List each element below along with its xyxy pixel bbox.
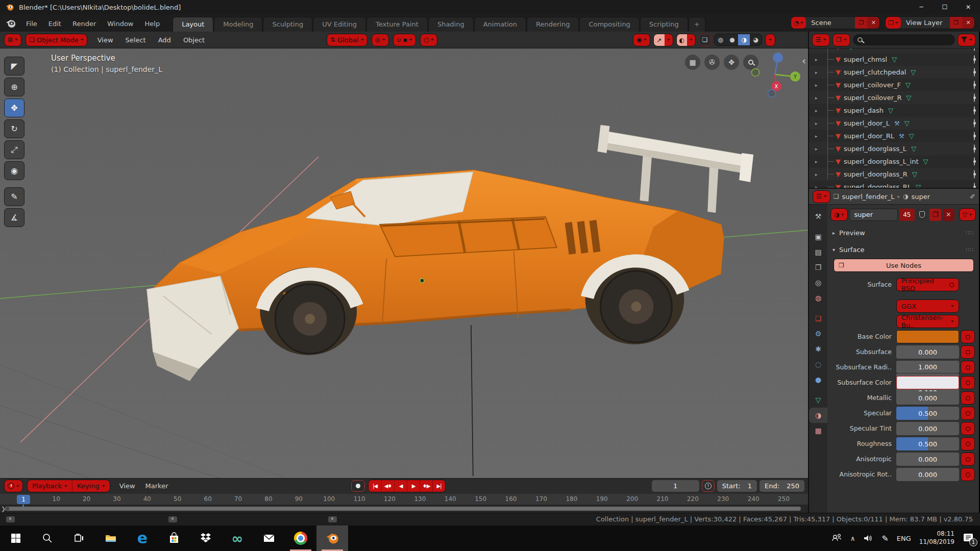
value-field[interactable]: 0.000 bbox=[896, 391, 959, 405]
shader-dropdown[interactable]: Principled BSD bbox=[896, 278, 959, 291]
pen-icon[interactable]: ✎ bbox=[881, 534, 888, 543]
animate-dot-button[interactable] bbox=[961, 361, 975, 374]
editor-type-viewport-icon[interactable]: ⊞ bbox=[4, 34, 21, 46]
expand-arrow-icon[interactable]: ▸ bbox=[815, 48, 823, 49]
properties-tab-particles[interactable]: ✱ bbox=[810, 341, 827, 357]
close-button[interactable]: ✕ bbox=[957, 0, 980, 14]
outliner-row[interactable]: ▸ ▼ superl_doorglass_R ▽ bbox=[809, 168, 979, 181]
scene-selector[interactable]: ◔ Scene ❐ ✕ bbox=[791, 16, 880, 29]
timeline-menu-item[interactable]: View bbox=[114, 482, 140, 490]
copy-material-icon[interactable]: ❐ bbox=[929, 209, 941, 221]
viewport-menu-item[interactable]: Object bbox=[177, 34, 211, 46]
expand-arrow-icon[interactable]: ▸ bbox=[815, 185, 823, 188]
animate-dot-button[interactable] bbox=[961, 407, 975, 420]
auto-keying-record-icon[interactable] bbox=[351, 480, 365, 492]
expand-arrow-icon[interactable]: ▸ bbox=[815, 95, 823, 101]
workspace-tab[interactable]: Modeling bbox=[214, 17, 262, 32]
workspace-tab[interactable]: Compositing bbox=[579, 17, 640, 32]
volume-icon[interactable] bbox=[863, 534, 873, 543]
animate-dot-button[interactable] bbox=[961, 345, 975, 359]
hide-eye-icon[interactable] bbox=[974, 170, 975, 178]
mode-dropdown[interactable]: ❏Object Mode bbox=[26, 34, 87, 46]
color-swatch[interactable] bbox=[896, 330, 959, 343]
start-frame-field[interactable]: Start:1 bbox=[717, 480, 757, 492]
expand-arrow-icon[interactable]: ▸ bbox=[815, 57, 823, 62]
delete-scene-icon[interactable]: ✕ bbox=[867, 17, 879, 29]
transform-orientation-dropdown[interactable]: ⇅Global bbox=[327, 34, 368, 46]
properties-tab-output[interactable]: ▤ bbox=[810, 244, 827, 260]
properties-tab-tool[interactable]: ⚒ bbox=[810, 209, 827, 224]
camera-view-icon[interactable]: ✇ bbox=[704, 55, 720, 70]
hide-eye-icon[interactable] bbox=[974, 132, 975, 140]
editor-type-properties-icon[interactable]: ☲ bbox=[813, 190, 830, 203]
color-swatch[interactable] bbox=[896, 376, 959, 389]
breadcrumb-object[interactable]: superl_fender_L bbox=[842, 193, 895, 201]
prev-keyframe-icon[interactable]: ◀♦ bbox=[381, 480, 394, 492]
tool-button[interactable]: ⊕ bbox=[4, 78, 24, 96]
scrollbar-thumb[interactable] bbox=[5, 507, 801, 511]
language-indicator[interactable]: ENG bbox=[897, 535, 911, 542]
overlays-dropdown[interactable] bbox=[687, 34, 695, 46]
hide-eye-icon[interactable] bbox=[974, 107, 975, 114]
workspace-tab[interactable]: Sculpting bbox=[263, 17, 312, 32]
outliner-row[interactable]: ▸ ▼ superl_doorglass_RL ▽ bbox=[809, 181, 979, 188]
jump-to-start-icon[interactable]: |◀ bbox=[369, 480, 381, 492]
proportional-edit-dropdown[interactable]: ○ bbox=[420, 34, 437, 46]
timeline-red-dropdown[interactable]: Playback bbox=[28, 480, 72, 492]
viewport-menu-item[interactable]: View bbox=[91, 34, 119, 46]
animate-dot-button[interactable] bbox=[961, 453, 975, 466]
snapping-dropdown[interactable]: ∪▪ bbox=[393, 34, 416, 46]
properties-tab-view-layer[interactable]: ❐ bbox=[810, 260, 827, 275]
properties-tab-texture[interactable]: ▦ bbox=[810, 423, 827, 438]
tool-button[interactable]: ↻ bbox=[4, 119, 24, 138]
shader-dropdown[interactable]: GGX bbox=[896, 299, 959, 313]
fake-user-shield-icon[interactable] bbox=[916, 209, 928, 221]
hide-eye-icon[interactable] bbox=[974, 68, 975, 76]
use-preview-range-icon[interactable] bbox=[702, 480, 715, 492]
properties-tab-world[interactable]: ◍ bbox=[810, 290, 827, 306]
workspace-tab[interactable]: Shading bbox=[428, 17, 474, 32]
maximize-button[interactable]: ☐ bbox=[933, 0, 957, 14]
workspace-tab[interactable]: UV Editing bbox=[313, 17, 366, 32]
use-nodes-button[interactable]: ❒ Use Nodes bbox=[834, 259, 974, 272]
chrome-icon[interactable] bbox=[285, 525, 316, 551]
play-icon[interactable]: ▶ bbox=[407, 480, 420, 492]
viewport-menu-item[interactable]: Select bbox=[119, 34, 152, 46]
file-explorer-icon[interactable] bbox=[95, 525, 127, 551]
frame-ruler[interactable]: 1020304050607080901001101201301401501601… bbox=[0, 494, 808, 505]
playhead-badge[interactable]: 1 bbox=[17, 495, 30, 504]
expand-arrow-icon[interactable]: ▸ bbox=[815, 134, 823, 139]
visibility-dropdown[interactable]: ◉ bbox=[633, 34, 650, 46]
workspace-tab[interactable]: Rendering bbox=[527, 17, 579, 32]
material-browse-icon[interactable]: ◑ bbox=[830, 208, 848, 221]
menu-item[interactable]: Render bbox=[67, 17, 102, 30]
value-field[interactable]: 0.000 bbox=[896, 453, 959, 466]
search-button[interactable] bbox=[32, 525, 63, 551]
preview-panel-header[interactable]: ▸Preview∷∷ bbox=[827, 226, 979, 240]
properties-tab-constraints[interactable]: ● bbox=[810, 372, 827, 387]
surface-panel-header[interactable]: ▾Surface∷∷ bbox=[827, 243, 979, 257]
outliner-row[interactable]: ▸ ▼ superl_doorglass_L_int ▽ bbox=[809, 155, 979, 168]
properties-tab-object[interactable]: ❏ bbox=[810, 311, 827, 326]
outliner-search-input[interactable] bbox=[853, 34, 955, 45]
outliner-display-mode-icon[interactable]: ❐ bbox=[832, 34, 850, 46]
animate-dot-button[interactable] bbox=[961, 391, 975, 405]
breadcrumb-material[interactable]: super bbox=[911, 193, 930, 201]
hide-eye-icon[interactable] bbox=[974, 145, 975, 153]
gizmos-toggle[interactable]: ↗ bbox=[654, 34, 664, 46]
shading-options-dropdown[interactable] bbox=[765, 34, 775, 46]
next-keyframe-icon[interactable]: ♦▶ bbox=[420, 480, 432, 492]
new-view-layer-icon[interactable]: ❐ bbox=[950, 17, 962, 29]
sidebar-collapse-icon[interactable]: ‹ bbox=[802, 55, 806, 67]
expand-arrow-icon[interactable]: ▸ bbox=[815, 70, 823, 75]
expand-arrow-icon[interactable]: ▸ bbox=[815, 83, 823, 88]
tool-button[interactable]: ◉ bbox=[4, 161, 24, 180]
menu-item[interactable]: Window bbox=[102, 17, 139, 30]
expand-arrow-icon[interactable]: ▸ bbox=[815, 159, 823, 164]
hide-eye-icon[interactable] bbox=[974, 119, 975, 127]
outliner-row[interactable]: ▸ ▼ superl_door_L ⚒ ▽ bbox=[809, 117, 979, 130]
delete-view-layer-icon[interactable]: ✕ bbox=[962, 17, 974, 29]
value-field[interactable]: 0.500 bbox=[896, 437, 959, 450]
tool-button[interactable]: ∡ bbox=[4, 208, 24, 227]
start-button[interactable] bbox=[0, 525, 32, 551]
